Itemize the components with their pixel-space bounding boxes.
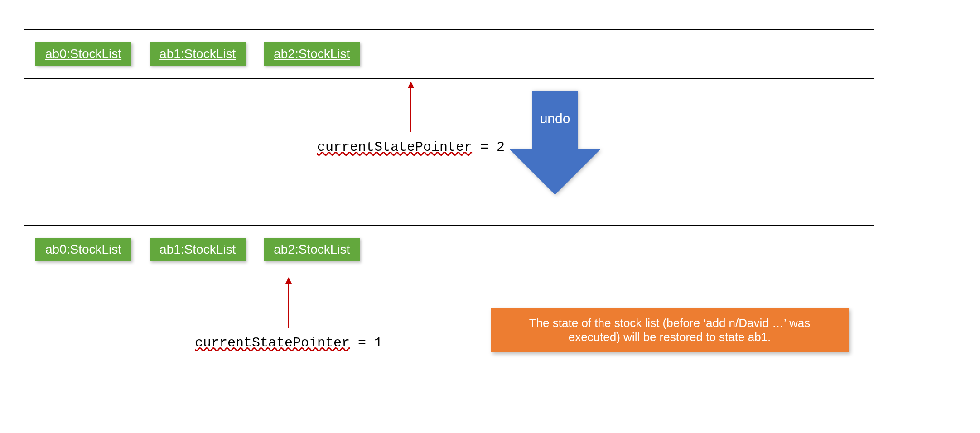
state-chip-ab1-top: ab1:StockList (150, 42, 246, 66)
svg-marker-0 (510, 91, 600, 195)
undo-arrow-shape (510, 91, 600, 195)
diagram-canvas: ab0:StockList ab1:StockList ab2:StockLis… (0, 0, 980, 433)
pointer-top: currentStatePointer = 2 (317, 82, 505, 155)
pointer-label-bottom: currentStatePointer = 1 (195, 334, 382, 351)
state-chip-ab1-bottom: ab1:StockList (150, 238, 246, 261)
pointer-bottom: currentStatePointer = 1 (195, 278, 382, 351)
state-chip-ab0-top: ab0:StockList (35, 42, 131, 66)
pointer-var-bottom: currentStatePointer (195, 335, 350, 351)
state-chip-ab2-bottom: ab2:StockList (264, 238, 360, 261)
state-chip-ab0-bottom: ab0:StockList (35, 238, 131, 261)
note-box: The state of the stock list (before ‘add… (491, 308, 849, 352)
pointer-arrow-top (410, 82, 411, 132)
undo-arrow: undo (510, 91, 600, 195)
pointer-value-top: = 2 (472, 140, 505, 155)
state-list-top: ab0:StockList ab1:StockList ab2:StockLis… (24, 29, 874, 79)
state-chip-ab2-top: ab2:StockList (264, 42, 360, 66)
pointer-label-top: currentStatePointer = 2 (317, 139, 505, 155)
state-list-bottom: ab0:StockList ab1:StockList ab2:StockLis… (24, 225, 874, 274)
pointer-arrow-bottom (288, 278, 289, 328)
pointer-value-bottom: = 1 (350, 335, 382, 351)
undo-arrow-label: undo (510, 111, 600, 126)
pointer-var-top: currentStatePointer (317, 140, 472, 155)
